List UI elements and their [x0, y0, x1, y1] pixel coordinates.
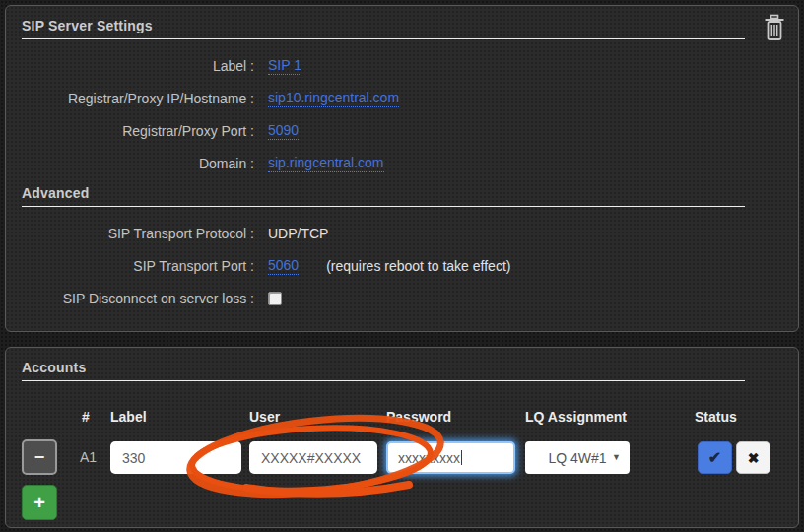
- field-row-registrar-host: Registrar/Proxy IP/Hostname : sip10.ring…: [22, 82, 782, 114]
- registrar-port-value-link[interactable]: 5090: [268, 122, 299, 140]
- label-value-link[interactable]: SIP 1: [268, 57, 302, 75]
- chevron-down-icon: ▼: [612, 452, 621, 462]
- field-row-domain: Domain : sip.ringcentral.com: [22, 147, 782, 179]
- account-password-input[interactable]: xxxxxxxxx: [386, 441, 515, 474]
- column-header-number: #: [82, 409, 90, 425]
- transport-protocol-value: UDP/TCP: [268, 226, 328, 241]
- sip-disconnect-checkbox[interactable]: [268, 292, 282, 305]
- check-icon: ✔: [708, 448, 721, 467]
- account-confirm-button[interactable]: ✔: [698, 441, 732, 474]
- account-user-value: XXXXX#XXXXX: [261, 450, 361, 466]
- plus-icon: +: [34, 492, 45, 514]
- column-header-user: User: [249, 409, 280, 425]
- column-header-lq-assignment: LQ Assignment: [525, 409, 627, 425]
- advanced-title-divider: [22, 206, 745, 207]
- field-row-label: Label : SIP 1: [22, 49, 782, 82]
- registrar-port-label: Registrar/Proxy Port :: [22, 123, 254, 139]
- account-label-input[interactable]: 330: [110, 441, 241, 474]
- sip-server-settings-panel: SIP Server Settings Label : SIP 1 Regist…: [5, 5, 799, 332]
- account-password-value: xxxxxxxxx: [398, 450, 460, 466]
- remove-account-button[interactable]: −: [22, 439, 57, 475]
- transport-port-label: SIP Transport Port :: [22, 258, 254, 274]
- transport-port-value-link[interactable]: 5060: [268, 257, 299, 275]
- account-cancel-button[interactable]: ✖: [736, 441, 770, 474]
- x-icon: ✖: [748, 450, 760, 466]
- advanced-section-title: Advanced: [22, 185, 782, 201]
- column-header-label: Label: [110, 409, 147, 425]
- lq-assignment-value: LQ 4W#1: [548, 450, 606, 466]
- field-row-transport-port: SIP Transport Port : 5060 (requires rebo…: [22, 249, 782, 282]
- registrar-host-value-link[interactable]: sip10.ringcentral.com: [268, 90, 399, 107]
- account-row-id: A1: [80, 449, 97, 465]
- text-cursor: [461, 450, 462, 465]
- sip-title-divider: [22, 38, 745, 39]
- account-label-value: 330: [122, 450, 145, 466]
- registrar-host-label: Registrar/Proxy IP/Hostname :: [22, 91, 254, 106]
- disconnect-label: SIP Disconnect on server loss :: [22, 291, 254, 306]
- minus-icon: −: [34, 447, 45, 468]
- transport-protocol-label: SIP Transport Protocol :: [22, 226, 254, 241]
- column-header-status: Status: [695, 409, 737, 425]
- sip-panel-title: SIP Server Settings: [22, 18, 782, 33]
- accounts-panel: Accounts # Label User Password LQ Assign…: [5, 347, 799, 528]
- lq-assignment-select[interactable]: LQ 4W#1 ▼: [525, 441, 630, 474]
- trash-icon: [763, 28, 786, 44]
- account-user-input[interactable]: XXXXX#XXXXX: [249, 441, 377, 474]
- delete-sip-server-button[interactable]: [763, 14, 786, 41]
- column-header-password: Password: [386, 409, 451, 425]
- domain-value-link[interactable]: sip.ringcentral.com: [268, 155, 384, 172]
- label-field-label: Label :: [22, 58, 254, 74]
- add-account-button[interactable]: +: [22, 485, 57, 520]
- domain-label: Domain :: [22, 156, 254, 171]
- field-row-registrar-port: Registrar/Proxy Port : 5090: [22, 114, 782, 147]
- field-row-disconnect: SIP Disconnect on server loss :: [22, 282, 782, 314]
- field-row-transport-protocol: SIP Transport Protocol : UDP/TCP: [22, 217, 782, 249]
- reboot-note: (requires reboot to take effect): [326, 258, 510, 274]
